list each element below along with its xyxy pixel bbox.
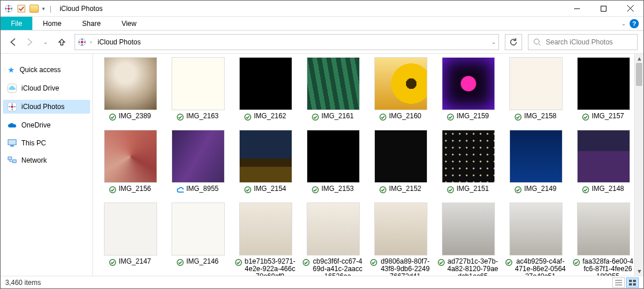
tab-home[interactable]: Home <box>32 17 72 30</box>
file-name: IMG_2154 <box>254 185 286 193</box>
sync-status-icon <box>515 114 522 121</box>
file-item[interactable]: IMG_2163 <box>165 57 230 130</box>
file-name: IMG_2159 <box>456 112 489 120</box>
file-item[interactable]: IMG_2161 <box>300 57 366 130</box>
forward-button[interactable] <box>23 35 36 49</box>
sync-status-icon <box>379 114 386 121</box>
scroll-down-icon[interactable]: ▾ <box>635 267 643 276</box>
file-item[interactable]: cb9c3f6f-cc67-469d-a41c-2aacc16526ac <box>300 202 366 276</box>
caption-row: IMG_8955 <box>177 183 218 202</box>
file-item[interactable]: IMG_8955 <box>165 130 230 202</box>
file-item[interactable]: IMG_2156 <box>98 130 163 202</box>
file-name: IMG_2160 <box>389 112 421 120</box>
file-item[interactable]: IMG_2151 <box>435 130 501 202</box>
sync-status-icon <box>244 186 251 193</box>
file-name: IMG_2149 <box>524 185 556 193</box>
thumbnail <box>577 57 630 110</box>
caption-row: cb9c3f6f-cc67-469d-a41c-2aacc16526ac <box>303 256 364 276</box>
details-view-button[interactable] <box>612 277 625 288</box>
svg-line-10 <box>539 44 541 46</box>
sync-status-icon <box>582 186 589 193</box>
thumbnail <box>442 130 495 183</box>
file-item[interactable]: IMG_2146 <box>165 202 230 276</box>
file-item[interactable]: ad727b1c-3e7b-4a82-8120-79aedcb1ec65 <box>435 202 501 276</box>
caption-row: IMG_2161 <box>312 110 353 130</box>
sync-status-icon <box>582 114 589 121</box>
ribbon-expand-icon[interactable]: ⌄ <box>621 21 626 27</box>
sync-status-icon <box>109 114 116 121</box>
caption-row: IMG_2149 <box>515 183 556 202</box>
recent-locations-icon[interactable]: ⌄ <box>39 35 53 49</box>
sidebar-item-this-pc[interactable]: This PC <box>3 137 90 149</box>
star-icon: ★ <box>8 65 15 74</box>
tab-share[interactable]: Share <box>72 17 111 30</box>
file-name: IMG_8955 <box>186 185 218 193</box>
breadcrumb-item[interactable]: iCloud Photos <box>95 38 143 46</box>
sidebar-item-icloud-drive[interactable]: iCloud Drive <box>3 81 90 95</box>
sidebar-item-label: iCloud Photos <box>21 103 65 111</box>
tab-file[interactable]: File <box>1 17 32 30</box>
minimize-button[interactable] <box>564 1 590 17</box>
qat-dropdown-icon[interactable]: ▾ <box>42 6 45 12</box>
thumbnail <box>374 130 427 183</box>
scrollbar-thumb[interactable] <box>636 63 642 86</box>
file-item[interactable]: IMG_2157 <box>571 57 636 130</box>
caption-row: IMG_2152 <box>379 183 421 202</box>
search-input[interactable]: Search iCloud Photos <box>528 34 638 50</box>
file-item[interactable]: IMG_2160 <box>368 57 433 130</box>
file-item[interactable]: IMG_2389 <box>98 57 163 130</box>
sidebar-item-network[interactable]: Network <box>3 154 90 167</box>
thumbnail <box>172 130 225 183</box>
vertical-scrollbar[interactable]: ▴ ▾ <box>634 54 643 276</box>
scroll-up-icon[interactable]: ▴ <box>635 54 643 63</box>
back-button[interactable] <box>6 35 20 49</box>
body: ★ Quick access iCloud Drive iCloud Photo… <box>1 54 643 276</box>
window-controls <box>564 1 643 17</box>
close-button[interactable] <box>617 1 643 17</box>
file-name: IMG_2153 <box>321 185 353 193</box>
thumbnail <box>577 130 630 183</box>
thumbnail <box>374 202 427 256</box>
refresh-button[interactable] <box>505 34 522 50</box>
sidebar-item-onedrive[interactable]: OneDrive <box>3 118 90 132</box>
thumbnail <box>239 202 292 256</box>
file-item[interactable]: IMG_2148 <box>571 130 636 202</box>
sidebar-item-icloud-photos[interactable]: iCloud Photos <box>3 100 90 114</box>
caption-row: ad727b1c-3e7b-4a82-8120-79aedcb1ec65 <box>438 256 499 276</box>
caption-row: IMG_2162 <box>244 110 286 130</box>
thumbnails-view-button[interactable] <box>626 277 639 288</box>
file-item[interactable]: b1e71b53-9271-4e2e-922a-466c70e69cf9 <box>233 202 298 276</box>
sidebar-item-quick-access[interactable]: ★ Quick access <box>3 63 90 77</box>
up-button[interactable] <box>55 35 69 49</box>
svg-rect-17 <box>10 145 14 147</box>
file-item[interactable]: IMG_2147 <box>98 202 163 276</box>
thumbnail <box>104 130 157 183</box>
sync-status-icon <box>505 259 512 266</box>
crumb-sep-icon[interactable]: › <box>90 39 92 45</box>
file-name: IMG_2146 <box>186 258 218 265</box>
address-bar[interactable]: › iCloud Photos ⌄ <box>75 34 499 50</box>
address-dropdown-icon[interactable]: ⌄ <box>492 39 496 45</box>
file-item[interactable]: IMG_2158 <box>503 57 568 130</box>
quick-access-toolbar: ▾ | <box>1 4 53 13</box>
file-item[interactable]: IMG_2154 <box>233 130 298 202</box>
thumbnail <box>509 202 563 256</box>
caption-row: IMG_2159 <box>447 110 489 130</box>
file-item[interactable]: faa328fa-6e00-4fc6-87f1-4fee26180955 <box>571 202 636 276</box>
file-name: IMG_2389 <box>118 112 151 120</box>
checkbox-icon[interactable] <box>17 4 26 13</box>
file-item[interactable]: ac4b9259-c4af-471e-86e2-056427e40c51 <box>503 202 568 276</box>
svg-rect-18 <box>8 157 12 160</box>
tab-view[interactable]: View <box>111 17 147 30</box>
file-item[interactable]: IMG_2149 <box>503 130 568 202</box>
file-item[interactable]: IMG_2159 <box>435 57 501 130</box>
file-item[interactable]: IMG_2152 <box>368 130 433 202</box>
file-item[interactable]: IMG_2162 <box>233 57 298 130</box>
file-item[interactable]: d9806a89-80f7-43f8-9db6-224976672d41 <box>368 202 433 276</box>
file-name: IMG_2161 <box>321 112 353 120</box>
sidebar-item-label: OneDrive <box>21 121 51 129</box>
maximize-button[interactable] <box>590 1 617 17</box>
file-item[interactable]: IMG_2153 <box>300 130 366 202</box>
help-icon[interactable]: ? <box>630 19 639 28</box>
caption-row: IMG_2389 <box>109 110 151 130</box>
